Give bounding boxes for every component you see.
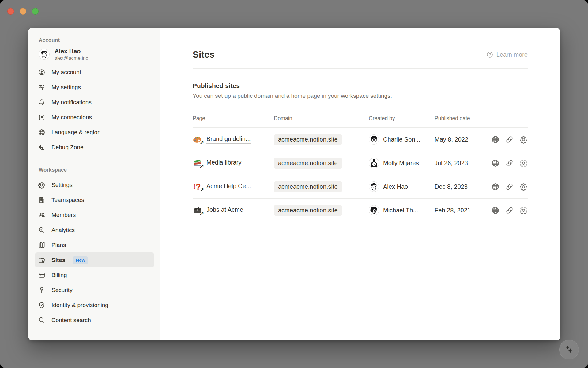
question-circle-icon xyxy=(486,51,493,58)
globe-icon[interactable] xyxy=(491,135,499,144)
globe-icon[interactable] xyxy=(491,183,499,191)
page-link[interactable]: Media library xyxy=(206,159,241,167)
published-sites-heading: Published sites xyxy=(193,82,528,89)
sidebar-item-label: Members xyxy=(51,212,76,218)
sidebar-item-label: Analytics xyxy=(51,227,75,233)
table-row: ↗ Jobs at Acme acmeacme.notion.site Mich… xyxy=(193,198,528,222)
molly-avatar xyxy=(369,158,379,168)
building-icon xyxy=(38,196,45,204)
gear-icon xyxy=(38,181,45,189)
link-icon[interactable] xyxy=(505,183,514,191)
sidebar-item-label: Sites xyxy=(51,257,65,264)
sidebar-item-label: My connections xyxy=(51,114,92,121)
domain-pill[interactable]: acmeacme.notion.site xyxy=(274,134,342,145)
table-row: ↗ Media library acmeacme.notion.site Mol… xyxy=(193,151,528,175)
sidebar-item-debug-zone[interactable]: Debug Zone xyxy=(35,140,154,155)
table-row: !? ↗ Acme Help Ce... acmeacme.notion.sit… xyxy=(193,175,528,198)
creator-name: Molly Mijares xyxy=(383,160,419,167)
link-icon[interactable] xyxy=(505,206,514,214)
column-header-page: Page xyxy=(193,115,274,122)
credit-card-icon xyxy=(38,271,45,279)
page-link[interactable]: Jobs at Acme xyxy=(206,206,243,214)
sidebar-item-sites[interactable]: Sites New xyxy=(35,252,154,267)
sidebar-item-my-connections[interactable]: My connections xyxy=(35,110,154,125)
sidebar-item-language-region[interactable]: Language & region xyxy=(35,125,154,140)
learn-more-link[interactable]: Learn more xyxy=(486,51,528,58)
map-icon xyxy=(38,241,45,249)
user-name: Alex Hao xyxy=(55,47,88,55)
window-controls xyxy=(7,8,39,15)
page-link[interactable]: Acme Help Ce... xyxy=(206,183,251,191)
zoom-button[interactable] xyxy=(32,8,39,15)
gear-icon[interactable] xyxy=(519,206,528,214)
ai-assistant-button[interactable] xyxy=(559,340,579,359)
settings-window: Account Alex Hao alex@acme.inc My accoun… xyxy=(28,28,560,340)
sidebar-item-label: Content search xyxy=(51,317,91,324)
creator-name: Alex Hao xyxy=(383,183,408,190)
sidebar-item-plans[interactable]: Plans xyxy=(35,237,154,252)
shield-check-icon xyxy=(38,302,45,309)
domain-pill[interactable]: acmeacme.notion.site xyxy=(274,158,342,169)
column-header-domain: Domain xyxy=(274,115,369,122)
browser-cursor-icon xyxy=(38,256,45,264)
books-icon: ↗ xyxy=(193,158,202,168)
column-header-created-by: Created by xyxy=(369,115,435,122)
gear-icon[interactable] xyxy=(519,159,528,167)
sidebar-item-label: My notifications xyxy=(51,99,92,106)
sidebar-item-members[interactable]: Members xyxy=(35,207,154,222)
globe-icon[interactable] xyxy=(491,159,499,167)
domain-pill[interactable]: acmeacme.notion.site xyxy=(274,181,342,192)
person-circle-icon xyxy=(38,69,45,76)
sidebar-item-identity-provisioning[interactable]: Identity & provisioning xyxy=(35,298,154,313)
table-row: ↗ Brand guidelin... acmeacme.notion.site… xyxy=(193,127,528,151)
sites-panel: Sites Learn more Published sites You can… xyxy=(160,28,560,340)
sliders-icon xyxy=(38,84,45,91)
sidebar-item-my-settings[interactable]: My settings xyxy=(35,80,154,95)
bell-icon xyxy=(38,99,45,106)
sidebar-item-analytics[interactable]: Analytics xyxy=(35,222,154,237)
published-date: May 8, 2022 xyxy=(435,136,468,143)
gear-icon[interactable] xyxy=(519,135,528,144)
sidebar-item-teamspaces[interactable]: Teamspaces xyxy=(35,192,154,207)
workspace-settings-link[interactable]: workspace settings xyxy=(341,93,390,99)
shapes-icon xyxy=(38,144,45,151)
domain-pill[interactable]: acmeacme.notion.site xyxy=(274,205,342,216)
briefcase-icon: ↗ xyxy=(193,206,202,215)
description-period: . xyxy=(390,93,392,99)
svg-text:!: ! xyxy=(193,182,196,191)
alex-avatar xyxy=(369,181,379,192)
close-button[interactable] xyxy=(7,8,14,15)
user-email: alex@acme.inc xyxy=(55,55,88,61)
sidebar-item-label: Debug Zone xyxy=(51,144,84,151)
sidebar-item-settings[interactable]: Settings xyxy=(35,177,154,192)
people-icon xyxy=(38,211,45,219)
published-date: Jul 26, 2023 xyxy=(435,160,468,166)
link-icon[interactable] xyxy=(505,135,514,144)
account-section-header: Account xyxy=(39,37,154,43)
link-icon[interactable] xyxy=(505,159,514,167)
arrow-out-box-icon xyxy=(38,114,45,121)
column-header-published-date: Published date xyxy=(435,115,484,122)
alex-avatar xyxy=(39,49,50,60)
sidebar-item-label: Settings xyxy=(51,182,73,188)
sidebar-item-my-notifications[interactable]: My notifications xyxy=(35,95,154,110)
sidebar-item-my-account[interactable]: My account xyxy=(35,65,154,80)
gear-icon[interactable] xyxy=(519,183,528,191)
sidebar-item-label: Billing xyxy=(51,272,67,279)
magnifier-icon xyxy=(38,317,45,324)
sidebar-item-security[interactable]: Security xyxy=(35,283,154,298)
sidebar-item-billing[interactable]: Billing xyxy=(35,267,154,283)
desktop-backdrop: Account Alex Hao alex@acme.inc My accoun… xyxy=(0,0,588,368)
page-link[interactable]: Brand guidelin... xyxy=(206,135,251,144)
sidebar-item-label: Teamspaces xyxy=(51,197,84,203)
user-text: Alex Hao alex@acme.inc xyxy=(55,47,88,61)
workspace-section-header: Workspace xyxy=(39,167,154,173)
globe-icon[interactable] xyxy=(491,206,499,214)
user-identity[interactable]: Alex Hao alex@acme.inc xyxy=(39,47,154,61)
sidebar-item-label: My settings xyxy=(51,84,81,91)
minimize-button[interactable] xyxy=(20,8,26,15)
sidebar-item-content-search[interactable]: Content search xyxy=(35,313,154,328)
published-sites-table: Page Domain Created by Published date ↗ … xyxy=(193,109,528,222)
sidebar-item-label: Language & region xyxy=(51,129,101,136)
michael-avatar xyxy=(369,205,379,215)
